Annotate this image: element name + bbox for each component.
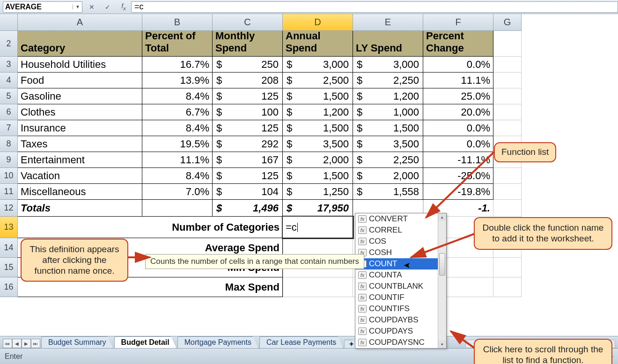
cell-g[interactable] (493, 200, 522, 217)
annual-cell[interactable]: $1,500 (283, 88, 353, 104)
category-cell[interactable]: Entertainment (18, 152, 142, 168)
select-all-corner[interactable] (0, 14, 18, 31)
function-item-countblank[interactable]: fxCOUNTBLANK (355, 281, 446, 292)
sheet-tab-car-lease-payments[interactable]: Car Lease Payments (259, 336, 343, 348)
tab-next-button[interactable]: ▶ (22, 339, 31, 348)
percent-cell[interactable]: 8.4% (142, 120, 213, 136)
cell-g[interactable] (493, 57, 522, 73)
cell-g[interactable] (493, 184, 522, 200)
annual-cell[interactable]: $3,000 (283, 57, 353, 73)
row-header-3[interactable]: 3 (0, 57, 18, 73)
percent-cell[interactable]: 13.9% (142, 73, 213, 88)
change-cell[interactable]: 25.0% (423, 88, 493, 104)
totals-label[interactable]: Totals (18, 200, 142, 217)
category-cell[interactable]: Vacation (18, 168, 142, 184)
cell-g16[interactable] (493, 277, 522, 297)
tab-last-button[interactable]: ⏭ (31, 339, 40, 348)
insert-function-button[interactable]: fx (119, 2, 128, 12)
ly-cell[interactable]: $2,250 (353, 73, 423, 88)
row-header-13[interactable]: 13 (0, 217, 18, 238)
function-item-counta[interactable]: fxCOUNTA (355, 269, 446, 281)
cell-g[interactable] (493, 168, 522, 184)
annual-cell[interactable]: $1,500 (283, 168, 353, 184)
scroll-up-button[interactable]: ▴ (438, 213, 446, 221)
function-item-coupdaybs[interactable]: fxCOUPDAYBS (355, 314, 446, 326)
category-cell[interactable]: Taxes (18, 136, 142, 152)
row-header-9[interactable]: 9 (0, 152, 18, 168)
function-item-correl[interactable]: fxCORREL (355, 225, 446, 236)
function-autocomplete-list[interactable]: fxCONVERTfxCORRELfxCOSfxCOSHfxCOUNTfxCOU… (355, 213, 447, 349)
column-header-A[interactable]: A (18, 14, 142, 31)
monthly-cell[interactable]: $125 (213, 120, 283, 136)
monthly-cell[interactable]: $292 (213, 136, 283, 152)
sheet-tab-budget-summary[interactable]: Budget Summary (41, 336, 113, 348)
monthly-cell[interactable]: $208 (213, 73, 283, 88)
cell-g[interactable] (493, 73, 522, 88)
change-cell[interactable]: -11.1% (423, 152, 493, 168)
row-header-16[interactable]: 16 (0, 277, 18, 297)
category-cell[interactable]: Gasoline (18, 88, 142, 104)
percent-cell[interactable]: 19.5% (142, 136, 213, 152)
annual-cell[interactable]: $1,250 (283, 184, 353, 200)
row-header-10[interactable]: 10 (0, 168, 18, 184)
cell-d16[interactable] (283, 277, 353, 297)
function-item-cosh[interactable]: fxCOSH (355, 247, 446, 258)
header-cell[interactable]: Annual Spend (283, 31, 353, 57)
cancel-formula-button[interactable]: ✕ (87, 2, 96, 12)
header-cell[interactable]: Percent Change (423, 31, 493, 57)
ly-cell[interactable]: $3,000 (353, 57, 423, 73)
change-cell[interactable]: 0.0% (423, 120, 493, 136)
percent-cell[interactable]: 8.4% (142, 168, 213, 184)
category-cell[interactable]: Insurance (18, 120, 142, 136)
monthly-cell[interactable]: $167 (213, 152, 283, 168)
column-header-D[interactable]: D (283, 14, 353, 31)
column-header-F[interactable]: F (423, 14, 493, 31)
column-header-C[interactable]: C (213, 14, 283, 31)
tab-first-button[interactable]: ⏮ (3, 339, 12, 348)
row-header-6[interactable]: 6 (0, 104, 18, 120)
ly-cell[interactable]: $1,558 (353, 184, 423, 200)
scroll-thumb[interactable] (439, 253, 445, 276)
category-cell[interactable]: Household Utilities (18, 57, 142, 73)
ly-cell[interactable]: $1,500 (353, 120, 423, 136)
header-cell[interactable]: Category (18, 31, 142, 57)
sheet-tab-mortgage-payments[interactable]: Mortgage Payments (177, 336, 258, 348)
row-header-14[interactable]: 14 (0, 238, 18, 258)
row-header-4[interactable]: 4 (0, 73, 18, 88)
column-header-E[interactable]: E (353, 14, 423, 31)
row-header-7[interactable]: 7 (0, 120, 18, 136)
row-header-2[interactable]: 2 (0, 31, 18, 57)
change-cell[interactable]: -25.0% (423, 168, 493, 184)
annual-cell[interactable]: $1,200 (283, 104, 353, 120)
header-cell[interactable]: Percent of Total (142, 31, 213, 57)
ly-cell[interactable]: $2,250 (353, 152, 423, 168)
annual-cell[interactable]: $3,500 (283, 136, 353, 152)
function-item-countifs[interactable]: fxCOUNTIFS (355, 303, 446, 314)
formula-input[interactable]: =c (131, 1, 618, 13)
cell-g[interactable] (493, 104, 522, 120)
function-item-countif[interactable]: fxCOUNTIF (355, 292, 446, 303)
change-cell[interactable]: 0.0% (423, 57, 493, 73)
name-box[interactable]: AVERAGE ▼ (3, 1, 82, 13)
percent-cell[interactable]: 16.7% (142, 57, 213, 73)
num-categories-label[interactable]: Number of Categories (18, 217, 283, 238)
percent-cell[interactable]: 6.7% (142, 104, 213, 120)
monthly-cell[interactable]: $125 (213, 168, 283, 184)
annual-cell[interactable]: $2,500 (283, 73, 353, 88)
cell-g[interactable] (493, 31, 522, 57)
category-cell[interactable]: Clothes (18, 104, 142, 120)
sheet-tab-budget-detail[interactable]: Budget Detail (114, 336, 177, 348)
column-header-B[interactable]: B (142, 14, 213, 31)
function-list-scrollbar[interactable]: ▴ ▾ (438, 213, 446, 348)
function-item-count[interactable]: fxCOUNT (355, 258, 446, 269)
percent-cell[interactable]: 11.1% (142, 152, 213, 168)
column-header-G[interactable]: G (493, 14, 522, 31)
header-cell[interactable]: LY Spend (353, 31, 423, 57)
change-cell[interactable]: 0.0% (423, 136, 493, 152)
cell-g[interactable] (493, 88, 522, 104)
category-cell[interactable]: Miscellaneous (18, 184, 142, 200)
row-header-11[interactable]: 11 (0, 184, 18, 200)
function-item-convert[interactable]: fxCONVERT (355, 213, 446, 225)
totals-d[interactable]: $17,950 (283, 200, 353, 217)
monthly-cell[interactable]: $104 (213, 184, 283, 200)
